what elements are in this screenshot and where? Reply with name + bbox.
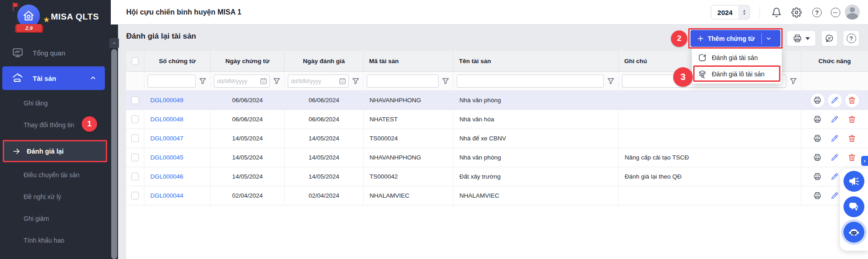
- sidebar-subitem-danh-gia-lai-active[interactable]: Đánh giá lại: [3, 140, 107, 162]
- menu-item-label: Đánh giá lô tài sản: [712, 70, 764, 78]
- edit-row-button[interactable]: [828, 151, 842, 164]
- print-row-button[interactable]: [811, 94, 824, 107]
- menu-item-danh-gia-lo-tai-san[interactable]: Đánh giá lô tài sản: [692, 66, 782, 82]
- help-button[interactable]: [843, 30, 859, 46]
- year-stepper[interactable]: [739, 5, 750, 19]
- cell-ma-tai-san: NHATEST: [364, 110, 454, 129]
- edit-row-button[interactable]: [828, 170, 842, 184]
- cell-ten-tai-san: Nhà văn phòng: [454, 148, 619, 167]
- column-header[interactable]: Mã tài sản: [364, 51, 454, 71]
- feedback-chat-button[interactable]: [821, 30, 838, 46]
- print-row-button[interactable]: [811, 189, 824, 203]
- select-all-checkbox[interactable]: [132, 57, 138, 65]
- row-checkbox[interactable]: [131, 115, 139, 123]
- edit-row-button[interactable]: [828, 113, 842, 126]
- scrollbar-thumb[interactable]: [111, 49, 117, 259]
- column-header[interactable]: Số chứng từ: [144, 51, 211, 71]
- filter-funnel-icon[interactable]: [272, 77, 281, 85]
- chevron-up-icon: [89, 75, 97, 82]
- sidebar-subitem-ghi-giam[interactable]: Ghi giảm: [24, 214, 49, 223]
- filter-funnel-icon[interactable]: [607, 77, 615, 85]
- delete-row-button[interactable]: [845, 132, 859, 145]
- add-document-button[interactable]: Thêm chứng từ: [690, 30, 780, 47]
- row-actions: [801, 110, 868, 129]
- delete-row-button[interactable]: [845, 113, 859, 126]
- document-link[interactable]: DGL000048: [150, 116, 183, 123]
- column-header[interactable]: Ngày chứng từ: [211, 51, 285, 71]
- row-checkbox[interactable]: [131, 192, 139, 199]
- chevron-down-icon[interactable]: [762, 35, 775, 42]
- delete-row-button[interactable]: [845, 151, 859, 164]
- support-chat-button[interactable]: [843, 196, 864, 217]
- edit-row-button[interactable]: [828, 189, 842, 203]
- column-header[interactable]: Tên tài sản: [454, 51, 619, 71]
- filter-funnel-icon[interactable]: [198, 77, 207, 85]
- row-checkbox[interactable]: [131, 173, 139, 180]
- row-checkbox[interactable]: [131, 134, 139, 142]
- row-actions: [801, 91, 868, 110]
- sidebar-subitem-label: Đánh giá lại: [27, 148, 64, 155]
- column-header: Chức năng: [801, 51, 868, 71]
- app-logo: 2.9: [14, 3, 48, 31]
- sidebar-subitem-thay-doi-thong-tin[interactable]: Thay đổi thông tin: [24, 120, 74, 130]
- document-link[interactable]: DGL000047: [150, 135, 183, 142]
- more-options-icon[interactable]: [831, 8, 840, 17]
- print-row-button[interactable]: [811, 113, 824, 126]
- edit-row-button[interactable]: [828, 94, 842, 107]
- assistant-bot-button[interactable]: [843, 222, 864, 243]
- question-icon: [847, 34, 856, 43]
- calendar-icon[interactable]: [260, 77, 267, 85]
- cell-ngay-danh-gia: 14/05/2024: [285, 129, 364, 148]
- print-row-button[interactable]: [811, 132, 824, 145]
- cell-ten-tai-san: Nhà để xe CBNV: [454, 129, 619, 148]
- print-menu-button[interactable]: [787, 30, 816, 46]
- user-avatar[interactable]: [845, 5, 860, 20]
- filter-ma-tai-san-input[interactable]: [367, 75, 439, 88]
- print-row-button[interactable]: [811, 170, 824, 184]
- filter-ten-tai-san-input[interactable]: [457, 75, 604, 88]
- menu-item-danh-gia-tai-san[interactable]: Đánh giá tài sản: [692, 50, 782, 66]
- year-selector[interactable]: 2024: [711, 5, 750, 20]
- megaphone-icon: [848, 175, 860, 187]
- sidebar-subitem-de-nghi-xu-ly[interactable]: Đề nghị xử lý: [24, 192, 61, 201]
- notifications-bell-icon[interactable]: [771, 7, 782, 18]
- column-header[interactable]: Ngày đánh giá: [285, 51, 364, 71]
- filter-so-chung-tu-input[interactable]: [148, 75, 196, 88]
- help-icon[interactable]: [812, 8, 822, 17]
- expand-panel-tab[interactable]: [861, 156, 868, 166]
- cell-ten-tai-san: Nhà văn hóa: [454, 110, 619, 129]
- document-link[interactable]: DGL000049: [150, 97, 183, 104]
- filter-funnel-icon[interactable]: [789, 77, 798, 85]
- row-checkbox[interactable]: [131, 96, 139, 104]
- scroll-up-button[interactable]: [109, 38, 119, 48]
- caret-down-icon: [805, 37, 810, 40]
- print-row-button[interactable]: [811, 151, 824, 164]
- cell-ghi-chu: [619, 129, 801, 148]
- document-link[interactable]: DGL000044: [150, 192, 183, 199]
- annotation-step-2-badge: 2: [671, 30, 687, 47]
- sidebar-item-tai-san[interactable]: Tài sản: [2, 66, 105, 90]
- filter-funnel-icon[interactable]: [441, 77, 450, 85]
- settings-gear-icon[interactable]: [791, 7, 802, 18]
- document-link[interactable]: DGL000045: [150, 154, 183, 161]
- cell-ma-tai-san: NHALAMVIEC: [364, 186, 454, 205]
- row-checkbox[interactable]: [131, 154, 139, 161]
- sidebar-item-tong-quan[interactable]: Tổng quan: [0, 44, 111, 62]
- edit-row-button[interactable]: [828, 132, 842, 145]
- cell-ngay-danh-gia: 02/04/2024: [285, 186, 364, 205]
- annotation-step-3-badge: 3: [673, 67, 693, 87]
- main-content: Đánh giá lại tài sản Số chứng từ Ngày ch…: [118, 25, 868, 259]
- sidebar-subitem-tinh-khau-hao[interactable]: Tính khấu hao: [24, 236, 64, 245]
- announcements-button[interactable]: [843, 171, 864, 192]
- sidebar-subitem-dieu-chuyen-tai-san[interactable]: Điều chuyển tài sản: [24, 170, 79, 179]
- cell-ma-tai-san: TS000024: [364, 129, 454, 148]
- table-row: DGL000048 06/06/2024 06/06/2024 NHATEST …: [126, 110, 868, 129]
- document-link[interactable]: DGL000046: [150, 173, 183, 180]
- delete-row-button[interactable]: [845, 94, 859, 107]
- sidebar-subitem-ghi-tang[interactable]: Ghi tăng: [24, 99, 48, 108]
- table-body: DGL000049 06/06/2024 06/06/2024 NHAVANHP…: [126, 91, 868, 205]
- chat-bubbles-icon: [848, 201, 860, 213]
- cell-ten-tai-san: Nhà văn phòng: [454, 91, 619, 110]
- calendar-icon[interactable]: [339, 77, 346, 85]
- filter-funnel-icon[interactable]: [351, 77, 360, 85]
